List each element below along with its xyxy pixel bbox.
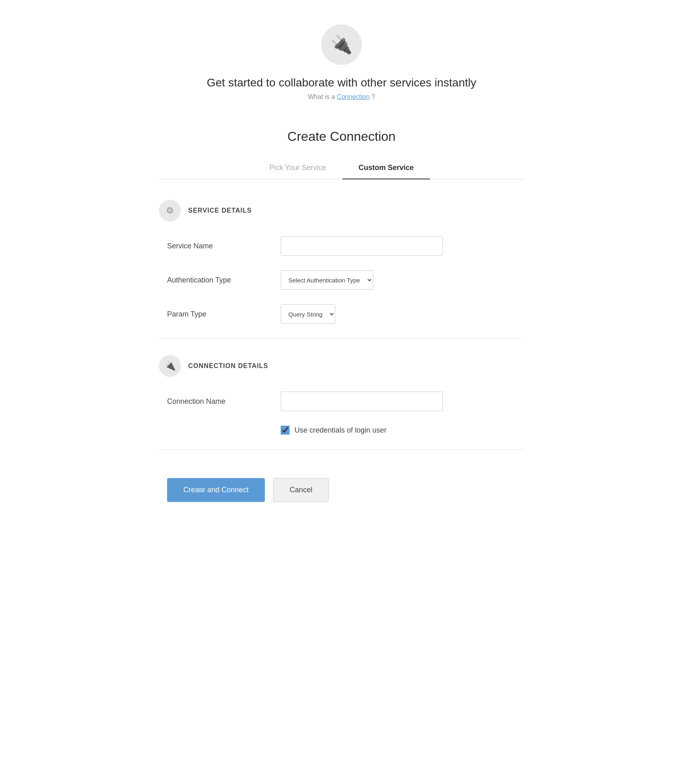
connection-details-icon-circle: 🔌 — [159, 355, 181, 377]
connection-details-header: 🔌 CONNECTION DETAILS — [159, 355, 524, 377]
param-type-select[interactable]: Query String Header Body — [281, 304, 335, 324]
param-type-label: Param Type — [167, 310, 281, 319]
subtitle-prefix: What is a — [308, 93, 335, 100]
service-details-header: ⚙ SERVICE DETAILS — [159, 200, 524, 222]
auth-type-row: Authentication Type Select Authenticatio… — [167, 270, 516, 290]
cancel-button[interactable]: Cancel — [273, 478, 329, 502]
connection-name-label: Connection Name — [167, 397, 281, 406]
plug-icon-circle: 🔌 — [321, 24, 362, 65]
auth-type-label: Authentication Type — [167, 276, 281, 284]
connection-link[interactable]: Connection — [337, 93, 369, 100]
tabs-container: Pick Your Service Custom Service — [159, 159, 524, 179]
subtitle-suffix: ? — [372, 93, 375, 100]
gear-icon: ⚙ — [166, 205, 174, 216]
header-section: 🔌 Get started to collaborate with other … — [207, 24, 477, 101]
section-divider-1 — [159, 338, 524, 339]
connection-name-row: Connection Name — [167, 392, 516, 411]
tab-pick-service[interactable]: Pick Your Service — [253, 159, 342, 179]
service-name-row: Service Name — [167, 236, 516, 256]
service-name-label: Service Name — [167, 242, 281, 250]
tab-custom-service[interactable]: Custom Service — [342, 159, 430, 179]
service-details-title: SERVICE DETAILS — [188, 207, 252, 214]
header-title: Get started to collaborate with other se… — [207, 76, 477, 89]
form-section: Create Connection Pick Your Service Cust… — [159, 129, 524, 502]
section-divider-2 — [159, 449, 524, 450]
connection-details-title: CONNECTION DETAILS — [188, 362, 268, 370]
buttons-section: Create and Connect Cancel — [159, 466, 524, 502]
header-subtitle: What is a Connection ? — [308, 93, 375, 101]
plug-icon: 🔌 — [330, 34, 352, 55]
form-title: Create Connection — [159, 129, 524, 144]
connection-details-fields: Connection Name Use credentials of login… — [159, 392, 524, 435]
create-and-connect-button[interactable]: Create and Connect — [167, 478, 265, 502]
auth-type-select[interactable]: Select Authentication Type Basic Auth OA… — [281, 270, 373, 290]
service-details-icon-circle: ⚙ — [159, 200, 181, 222]
connection-name-input[interactable] — [281, 392, 443, 411]
service-details-fields: Service Name Authentication Type Select … — [159, 236, 524, 324]
credentials-checkbox-label[interactable]: Use credentials of login user — [294, 426, 387, 435]
credentials-checkbox-row: Use credentials of login user — [167, 426, 516, 435]
plug-small-icon: 🔌 — [165, 361, 176, 371]
service-name-input[interactable] — [281, 236, 443, 256]
param-type-row: Param Type Query String Header Body — [167, 304, 516, 324]
credentials-checkbox[interactable] — [281, 426, 290, 435]
